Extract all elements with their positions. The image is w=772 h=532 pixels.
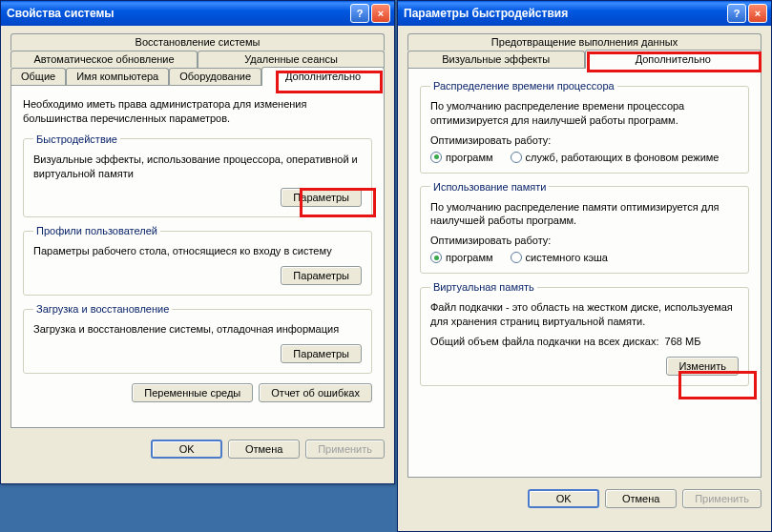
- help-button[interactable]: ?: [727, 4, 746, 23]
- error-report-button[interactable]: Отчет об ошибках: [259, 383, 372, 402]
- mem-optimize-label: Оптимизировать работу:: [430, 234, 739, 248]
- window-title: Параметры быстродействия: [404, 7, 727, 20]
- tab-system-restore[interactable]: Восстановление системы: [10, 33, 385, 51]
- cpu-opt-programs[interactable]: программ: [430, 152, 493, 163]
- admin-note: Необходимо иметь права администратора дл…: [23, 97, 372, 126]
- tab-visual-effects[interactable]: Визуальные эффекты: [407, 51, 585, 69]
- radio-label: системного кэша: [526, 252, 608, 263]
- tab-panel-advanced: Необходимо иметь права администратора дл…: [10, 85, 385, 428]
- tab-hardware[interactable]: Оборудование: [169, 68, 261, 86]
- startup-desc: Загрузка и восстановление системы, отлад…: [33, 322, 362, 337]
- close-button[interactable]: ×: [748, 4, 767, 23]
- performance-params-button[interactable]: Параметры: [281, 188, 362, 207]
- group-virtual-memory: Виртуальная память Файл подкачки - это о…: [420, 281, 749, 386]
- radio-icon: [430, 152, 442, 163]
- profiles-legend: Профили пользователей: [33, 225, 160, 236]
- close-button[interactable]: ×: [371, 4, 390, 23]
- group-startup-recovery: Загрузка и восстановление Загрузка и вос…: [23, 303, 372, 374]
- vmem-desc: Файл подкачки - это область на жестком д…: [430, 300, 739, 329]
- radio-label: служб, работающих в фоновом режиме: [526, 152, 720, 163]
- startup-legend: Загрузка и восстановление: [33, 303, 172, 315]
- apply-button[interactable]: Применить: [682, 489, 762, 508]
- radio-icon: [511, 252, 522, 263]
- group-processor-scheduling: Распределение времени процессора По умол…: [420, 80, 749, 174]
- ok-button[interactable]: OK: [528, 489, 599, 508]
- vmem-total-label: Общий объем файла подкачки на всех диска…: [430, 336, 658, 347]
- mem-desc: По умолчанию распределение памяти оптими…: [430, 200, 739, 229]
- radio-label: программ: [446, 152, 493, 163]
- mem-opt-programs[interactable]: программ: [430, 252, 493, 263]
- tab-advanced[interactable]: Дополнительно: [585, 50, 762, 69]
- vmem-total-value: 768 МБ: [665, 336, 701, 347]
- group-memory-usage: Использование памяти По умолчанию распре…: [420, 181, 749, 275]
- tabstrip: Предотвращение выполнения данных Визуаль…: [407, 33, 762, 69]
- group-user-profiles: Профили пользователей Параметры рабочего…: [23, 225, 372, 296]
- mem-legend: Использование памяти: [430, 181, 549, 193]
- radio-label: программ: [446, 252, 493, 263]
- radio-icon: [511, 152, 522, 163]
- titlebar[interactable]: Параметры быстродействия ? ×: [398, 1, 771, 26]
- cpu-legend: Распределение времени процессора: [430, 80, 617, 92]
- profiles-desc: Параметры рабочего стола, относящиеся ко…: [33, 244, 362, 258]
- performance-options-window: Параметры быстродействия ? × Предотвраще…: [397, 0, 772, 532]
- vmem-change-button[interactable]: Изменить: [666, 357, 739, 376]
- tab-remote[interactable]: Удаленные сеансы: [198, 51, 385, 68]
- help-button[interactable]: ?: [350, 4, 369, 23]
- cpu-optimize-label: Оптимизировать работу:: [430, 133, 739, 148]
- performance-desc: Визуальные эффекты, использование процес…: [33, 153, 362, 181]
- vmem-legend: Виртуальная память: [430, 281, 537, 293]
- cpu-desc: По умолчанию распределение времени проце…: [430, 99, 739, 128]
- tab-general[interactable]: Общие: [10, 68, 66, 86]
- mem-opt-cache[interactable]: системного кэша: [511, 252, 608, 263]
- titlebar[interactable]: Свойства системы ? ×: [1, 1, 394, 26]
- system-properties-window: Свойства системы ? × Восстановление сист…: [0, 0, 395, 484]
- performance-legend: Быстродействие: [33, 133, 120, 145]
- tab-computer-name[interactable]: Имя компьютера: [66, 68, 169, 86]
- dialog-buttons: OK Отмена Применить: [398, 481, 771, 518]
- tab-dep[interactable]: Предотвращение выполнения данных: [407, 33, 762, 51]
- tab-advanced[interactable]: Дополнительно: [261, 67, 385, 86]
- env-vars-button[interactable]: Переменные среды: [132, 383, 253, 402]
- apply-button[interactable]: Применить: [305, 440, 385, 459]
- window-title: Свойства системы: [7, 7, 350, 20]
- tab-auto-updates[interactable]: Автоматическое обновление: [10, 51, 198, 68]
- group-performance: Быстродействие Визуальные эффекты, испол…: [23, 133, 372, 218]
- tab-panel-advanced: Распределение времени процессора По умол…: [407, 68, 762, 478]
- cpu-opt-services[interactable]: служб, работающих в фоновом режиме: [511, 152, 720, 163]
- startup-params-button[interactable]: Параметры: [281, 344, 362, 363]
- cancel-button[interactable]: Отмена: [228, 440, 300, 459]
- dialog-buttons: OK Отмена Применить: [1, 432, 394, 468]
- radio-icon: [430, 252, 442, 263]
- ok-button[interactable]: OK: [151, 440, 222, 459]
- cancel-button[interactable]: Отмена: [605, 489, 677, 508]
- tabstrip: Восстановление системы Автоматическое об…: [10, 33, 385, 86]
- profiles-params-button[interactable]: Параметры: [281, 266, 362, 285]
